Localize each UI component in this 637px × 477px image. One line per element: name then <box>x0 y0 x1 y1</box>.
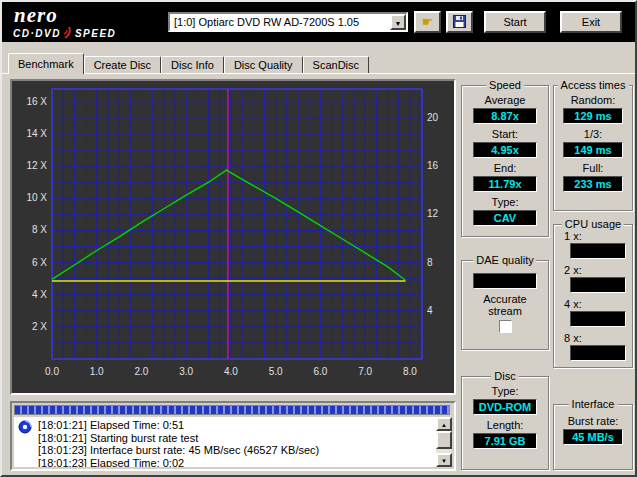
random-access-display: 129 ms <box>563 108 623 124</box>
random-access-label: Random: <box>554 94 632 106</box>
cpu-row-label-0: 1 x: <box>554 230 632 242</box>
cpu-row-display-1 <box>570 277 626 293</box>
tab-panel-edge <box>2 73 635 75</box>
svg-text:1.0: 1.0 <box>90 366 104 377</box>
scroll-down-icon[interactable]: ▼ <box>436 453 452 467</box>
end-speed-label: End: <box>462 162 548 174</box>
svg-text:10 X: 10 X <box>26 192 47 203</box>
disc-type-display: DVD-ROM <box>473 399 537 415</box>
start-speed-display: 4.95x <box>473 142 537 158</box>
svg-text:7.0: 7.0 <box>358 366 372 377</box>
log-line-3: [18:01:23] Elapsed Time: 0:02 <box>38 457 434 468</box>
disc-type-label: Type: <box>462 385 548 397</box>
average-speed-display: 8.87x <box>473 108 537 124</box>
logo-cd-dvd-text: CD·DVD <box>13 28 61 39</box>
third-access-label: 1/3: <box>554 128 632 140</box>
disc-panel: Disc Type: DVD-ROM Length: 7.91 GB <box>461 376 549 470</box>
interface-panel: Interface Burst rate: 45 MB/s <box>553 404 633 470</box>
log-scrollbar[interactable]: ▲ ▼ <box>436 417 452 467</box>
tab-create-disc[interactable]: Create Disc <box>84 56 161 74</box>
log-area: [18:01:21] Elapsed Time: 0:51[18:01:21] … <box>10 401 456 471</box>
test-hand-button[interactable]: ☛ <box>414 11 441 33</box>
svg-text:20: 20 <box>427 112 439 123</box>
svg-text:16 X: 16 X <box>26 96 47 107</box>
exit-button[interactable]: Exit <box>560 11 622 33</box>
full-access-display: 233 ms <box>563 176 623 192</box>
log-line-2: [18:01:23] Interface burst rate: 45 MB/s… <box>38 444 434 457</box>
tab-disc-quality[interactable]: Disc Quality <box>224 56 303 74</box>
svg-text:16: 16 <box>427 160 439 171</box>
dae-quality-display <box>473 273 537 289</box>
burst-rate-label: Burst rate: <box>554 415 632 427</box>
average-speed-label: Average <box>462 94 548 106</box>
scroll-up-icon[interactable]: ▲ <box>436 417 452 431</box>
svg-text:14 X: 14 X <box>26 128 47 139</box>
start-button[interactable]: Start <box>484 11 546 33</box>
cpu-usage-title: CPU usage <box>562 218 624 230</box>
access-times-title: Access times <box>558 79 629 91</box>
progress-bar <box>14 405 450 415</box>
benchmark-chart: 2 X4 X6 X8 X10 X12 X14 X16 X481216200.01… <box>12 81 454 393</box>
third-access-display: 149 ms <box>563 142 623 158</box>
log-line-1: [18:01:21] Starting burst rate test <box>38 432 434 445</box>
speed-type-label: Type: <box>462 196 548 208</box>
svg-text:4: 4 <box>427 305 433 316</box>
svg-text:3.0: 3.0 <box>179 366 193 377</box>
disc-panel-title: Disc <box>491 370 518 382</box>
svg-text:0.0: 0.0 <box>45 366 59 377</box>
benchmark-chart-frame: 2 X4 X6 X8 X10 X12 X14 X16 X481216200.01… <box>10 79 456 395</box>
dae-quality-panel: DAE quality Accurate stream <box>461 260 549 350</box>
cpu-row-display-3 <box>570 345 626 361</box>
dae-quality-title: DAE quality <box>473 254 536 266</box>
speed-panel: Speed Average 8.87x Start: 4.95x End: 11… <box>461 85 549 237</box>
cpu-row-label-1: 2 x: <box>554 264 632 276</box>
save-button[interactable] <box>446 11 473 33</box>
burst-rate-display: 45 MB/s <box>563 429 623 445</box>
svg-text:6 X: 6 X <box>32 257 47 268</box>
svg-text:6.0: 6.0 <box>313 366 327 377</box>
dropdown-arrow-icon[interactable]: ▼ <box>390 14 406 30</box>
full-access-label: Full: <box>554 162 632 174</box>
cpu-row-label-2: 4 x: <box>554 298 632 310</box>
logo-flame-icon <box>63 26 73 41</box>
interface-title: Interface <box>569 398 618 410</box>
svg-text:8 X: 8 X <box>32 224 47 235</box>
log-lines: [18:01:21] Elapsed Time: 0:51[18:01:21] … <box>14 417 436 467</box>
svg-text:8: 8 <box>427 257 433 268</box>
svg-text:4.0: 4.0 <box>224 366 238 377</box>
drive-select-value: [1:0] Optiarc DVD RW AD-7200S 1.05 <box>174 15 359 29</box>
cpu-row-display-2 <box>570 311 626 327</box>
cpu-row-display-0 <box>570 243 626 259</box>
app-window: nero CD·DVD SPEED [1:0] Optiarc DVD RW A… <box>0 0 637 477</box>
tab-scandisc[interactable]: ScanDisc <box>303 56 369 74</box>
disc-length-label: Length: <box>462 419 548 431</box>
disc-length-display: 7.91 GB <box>473 433 537 449</box>
svg-text:4 X: 4 X <box>32 289 47 300</box>
nero-logo: nero <box>14 3 58 28</box>
cddvd-speed-logo: CD·DVD SPEED <box>13 26 116 41</box>
floppy-disk-icon <box>453 18 466 30</box>
header-bar: nero CD·DVD SPEED [1:0] Optiarc DVD RW A… <box>2 2 635 42</box>
tab-disc-info[interactable]: Disc Info <box>161 56 224 74</box>
cpu-row-label-3: 8 x: <box>554 332 632 344</box>
svg-text:2.0: 2.0 <box>135 366 149 377</box>
svg-text:8.0: 8.0 <box>403 366 417 377</box>
end-speed-display: 11.79x <box>473 176 537 192</box>
cpu-usage-panel: CPU usage 1 x:2 x:4 x:8 x: <box>553 224 633 368</box>
cd-speed-log-icon <box>18 420 32 438</box>
scroll-thumb[interactable] <box>436 431 452 449</box>
access-times-panel: Access times Random: 129 ms 1/3: 149 ms … <box>553 85 633 211</box>
svg-text:12 X: 12 X <box>26 160 47 171</box>
log-line-0: [18:01:21] Elapsed Time: 0:51 <box>38 419 434 432</box>
svg-text:12: 12 <box>427 208 439 219</box>
tab-bar: BenchmarkCreate DiscDisc InfoDisc Qualit… <box>8 53 369 74</box>
accurate-stream-checkbox[interactable] <box>499 320 512 333</box>
cpu-usage-rows: 1 x:2 x:4 x:8 x: <box>554 230 632 361</box>
drive-select-dropdown[interactable]: [1:0] Optiarc DVD RW AD-7200S 1.05 ▼ <box>168 12 408 32</box>
svg-text:2 X: 2 X <box>32 321 47 332</box>
speed-type-display: CAV <box>473 210 537 226</box>
accurate-stream-label: Accurate stream <box>476 293 534 317</box>
start-speed-label: Start: <box>462 128 548 140</box>
speed-panel-title: Speed <box>486 79 524 91</box>
tab-benchmark[interactable]: Benchmark <box>8 53 84 74</box>
